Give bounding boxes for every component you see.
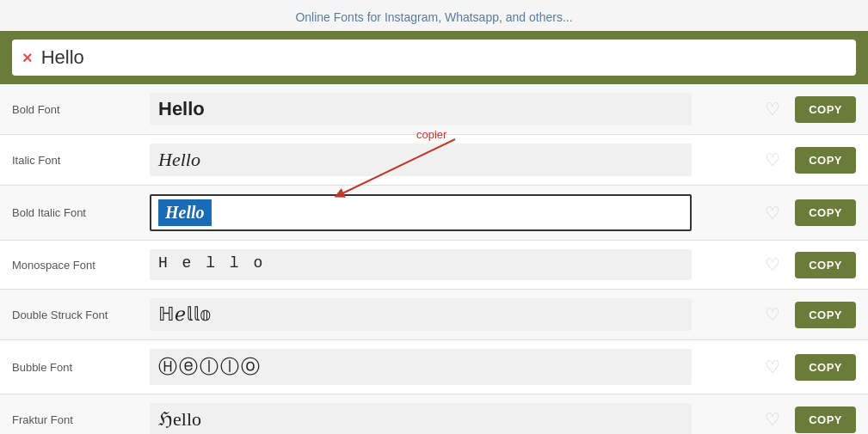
font-preview-cell-double-struck: ℍℯ𝕝𝕝𝕠 — [150, 298, 750, 331]
font-preview-fraktur: ℌello — [150, 403, 692, 434]
copy-button-bold-italic[interactable]: COPY — [795, 199, 856, 226]
font-row-fraktur: Fraktur Font ℌello ♡ COPY — [0, 394, 868, 434]
copy-button-bold[interactable]: COPY — [795, 96, 856, 123]
heart-icon-bold-italic[interactable]: ♡ — [757, 203, 788, 223]
font-preview-monospace: H e l l o — [150, 249, 692, 280]
font-label-italic: Italic Font — [12, 154, 150, 167]
selected-text-bold-italic: Hello — [158, 199, 212, 226]
search-bar-wrapper: × — [0, 31, 868, 84]
font-preview-bold-italic: Hello — [150, 194, 692, 231]
font-row-bold-italic: Bold Italic Font Hello ♡ COPY — [0, 186, 868, 241]
search-bar: × — [12, 40, 856, 76]
font-preview-italic: Hello — [150, 144, 692, 176]
font-label-bold: Bold Font — [12, 103, 150, 116]
heart-icon-double-struck[interactable]: ♡ — [757, 304, 788, 325]
font-label-fraktur: Fraktur Font — [12, 413, 150, 426]
font-preview-cell-italic: copier Hello — [150, 144, 750, 176]
heart-icon-monospace[interactable]: ♡ — [757, 254, 788, 275]
font-label-monospace: Monospace Font — [12, 259, 150, 272]
font-list: Bold Font Hello ♡ COPY Italic Font copie… — [0, 84, 868, 434]
clear-icon[interactable]: × — [22, 49, 33, 66]
font-preview-cell-bold-italic: Hello — [150, 194, 750, 231]
font-preview-cell-monospace: H e l l o — [150, 249, 750, 280]
font-preview-double-struck: ℍℯ𝕝𝕝𝕠 — [150, 298, 692, 331]
heart-icon-bold[interactable]: ♡ — [757, 99, 788, 119]
copy-button-double-struck[interactable]: COPY — [795, 302, 856, 328]
font-row-monospace: Monospace Font H e l l o ♡ COPY — [0, 241, 868, 290]
heart-icon-fraktur[interactable]: ♡ — [757, 409, 788, 430]
copy-button-bubble[interactable]: COPY — [795, 354, 856, 381]
font-preview-cell-fraktur: ℌello — [150, 403, 750, 434]
font-label-bold-italic: Bold Italic Font — [12, 206, 150, 219]
page-subtitle: Online Fonts for Instagram, Whatsapp, an… — [0, 0, 868, 31]
font-row-bubble: Bubble Font Ⓗⓔⓛⓛⓞ ♡ COPY — [0, 340, 868, 394]
font-preview-cell-bubble: Ⓗⓔⓛⓛⓞ — [150, 349, 750, 385]
copy-button-monospace[interactable]: COPY — [795, 252, 856, 278]
heart-icon-bubble[interactable]: ♡ — [757, 357, 788, 377]
copy-button-fraktur[interactable]: COPY — [795, 406, 856, 433]
font-preview-bubble: Ⓗⓔⓛⓛⓞ — [150, 349, 692, 385]
search-input[interactable] — [41, 46, 846, 69]
heart-icon-italic[interactable]: ♡ — [757, 150, 788, 170]
font-label-bubble: Bubble Font — [12, 361, 150, 374]
font-row-double-struck: Double Struck Font ℍℯ𝕝𝕝𝕠 ♡ COPY — [0, 290, 868, 340]
font-label-double-struck: Double Struck Font — [12, 309, 150, 321]
font-row-italic: Italic Font copier Hello ♡ COPY — [0, 135, 868, 186]
font-preview-bold: Hello — [150, 93, 692, 125]
copy-button-italic[interactable]: COPY — [795, 147, 856, 174]
font-preview-cell-bold: Hello — [150, 93, 750, 125]
font-row-bold: Bold Font Hello ♡ COPY — [0, 84, 868, 135]
